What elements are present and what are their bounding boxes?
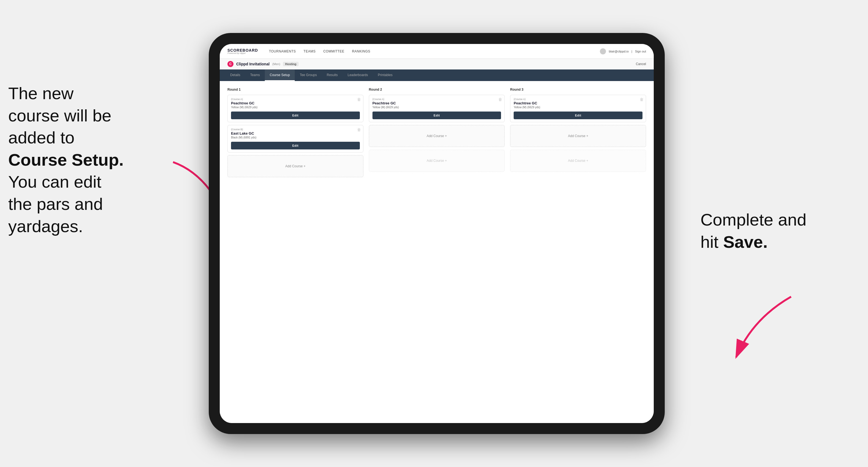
round-3-course-a-edit[interactable]: Edit [514, 112, 643, 119]
scoreboard-sub: Powered by clippd [227, 52, 258, 54]
round-2-course-a-edit[interactable]: Edit [372, 112, 501, 119]
user-email: blair@clippd.io [609, 50, 628, 53]
round-2-add-course[interactable]: Add Course + [369, 125, 505, 147]
tablet-screen: SCOREBOARD Powered by clippd TOURNAMENTS… [220, 44, 654, 423]
round-1-course-a-edit[interactable]: Edit [231, 112, 360, 119]
main-content: Round 1 🗑 (Course A) Peachtree GC Yellow… [220, 81, 654, 423]
nav-tournaments[interactable]: TOURNAMENTS [269, 50, 296, 53]
round-3-course-a-details: Yellow (M) (6629 yds) [514, 106, 643, 109]
round-3-add-course[interactable]: Add Course + [510, 125, 646, 147]
tournament-logo: C [227, 61, 234, 67]
round-1-course-a-card: 🗑 (Course A) Peachtree GC Yellow (M) (66… [227, 95, 363, 122]
round-1-course-a-name: Peachtree GC [231, 101, 360, 105]
tablet: SCOREBOARD Powered by clippd TOURNAMENTS… [209, 33, 665, 434]
round-3-course-a-delete[interactable]: 🗑 [640, 97, 644, 102]
round-1-course-a-delete[interactable]: 🗑 [357, 97, 361, 102]
round-1-course-a-details: Yellow (M) (6629 yds) [231, 106, 360, 109]
round-3-column: Round 3 🗑 (Course A) Peachtree GC Yellow… [510, 88, 646, 180]
user-avatar [600, 48, 606, 54]
round-2-add-course-disabled: Add Course + [369, 150, 505, 172]
round-3-course-a-tag: (Course A) [514, 98, 643, 100]
tournament-bar: C Clippd Invitational (Men) Hosting Canc… [220, 59, 654, 69]
round-2-course-a-tag: (Course A) [372, 98, 501, 100]
nav-committee[interactable]: COMMITTEE [323, 50, 344, 53]
top-nav: SCOREBOARD Powered by clippd TOURNAMENTS… [220, 44, 654, 59]
scoreboard-title: SCOREBOARD [227, 48, 258, 52]
nav-user: blair@clippd.io | Sign out [600, 48, 646, 54]
round-2-course-a-delete[interactable]: 🗑 [498, 97, 502, 102]
tab-tee-groups[interactable]: Tee Groups [295, 69, 322, 81]
round-3-label: Round 3 [510, 88, 646, 91]
tournament-gender: (Men) [272, 62, 280, 66]
tab-course-setup[interactable]: Course Setup [265, 69, 295, 81]
round-2-column: Round 2 🗑 (Course A) Peachtree GC Yellow… [369, 88, 505, 180]
sign-out-link[interactable]: Sign out [635, 50, 646, 53]
round-2-course-a-card: 🗑 (Course A) Peachtree GC Yellow (M) (66… [369, 95, 505, 122]
round-2-course-a-name: Peachtree GC [372, 101, 501, 105]
annotation-right: Complete and hit Save. [701, 209, 860, 253]
round-1-course-b-edit[interactable]: Edit [231, 142, 360, 150]
round-3-add-course-disabled: Add Course + [510, 150, 646, 172]
brand: SCOREBOARD Powered by clippd [227, 48, 258, 54]
tournament-title: Clippd Invitational [236, 62, 270, 66]
round-1-label: Round 1 [227, 88, 363, 91]
round-1-add-course[interactable]: Add Course + [227, 155, 363, 177]
round-1-course-b-tag: (Course B) [231, 128, 360, 131]
round-1-course-b-details: Black (M) (6891 yds) [231, 136, 360, 139]
tab-leaderboards[interactable]: Leaderboards [343, 69, 373, 81]
cancel-button[interactable]: Cancel [636, 62, 646, 66]
hosting-badge: Hosting [283, 62, 299, 66]
round-3-course-a-card: 🗑 (Course A) Peachtree GC Yellow (M) (66… [510, 95, 646, 122]
round-1-course-b-delete[interactable]: 🗑 [357, 127, 361, 132]
round-2-course-a-details: Yellow (M) (6629 yds) [372, 106, 501, 109]
round-3-course-a-name: Peachtree GC [514, 101, 643, 105]
tournament-name: C Clippd Invitational (Men) Hosting [227, 61, 299, 67]
arrow-right [725, 286, 808, 368]
nav-rankings[interactable]: RANKINGS [352, 50, 370, 53]
tab-details[interactable]: Details [225, 69, 245, 81]
tab-teams[interactable]: Teams [245, 69, 265, 81]
round-2-label: Round 2 [369, 88, 505, 91]
nav-links: TOURNAMENTS TEAMS COMMITTEE RANKINGS [269, 50, 370, 53]
round-1-course-a-tag: (Course A) [231, 98, 360, 100]
tab-bar: Details Teams Course Setup Tee Groups Re… [220, 69, 654, 81]
round-1-column: Round 1 🗑 (Course A) Peachtree GC Yellow… [227, 88, 363, 180]
round-1-course-b-card: 🗑 (Course B) East Lake GC Black (M) (689… [227, 125, 363, 152]
round-1-course-b-name: East Lake GC [231, 131, 360, 135]
nav-teams[interactable]: TEAMS [304, 50, 316, 53]
tab-results[interactable]: Results [322, 69, 343, 81]
rounds-grid: Round 1 🗑 (Course A) Peachtree GC Yellow… [227, 88, 646, 180]
tab-printables[interactable]: Printables [373, 69, 398, 81]
